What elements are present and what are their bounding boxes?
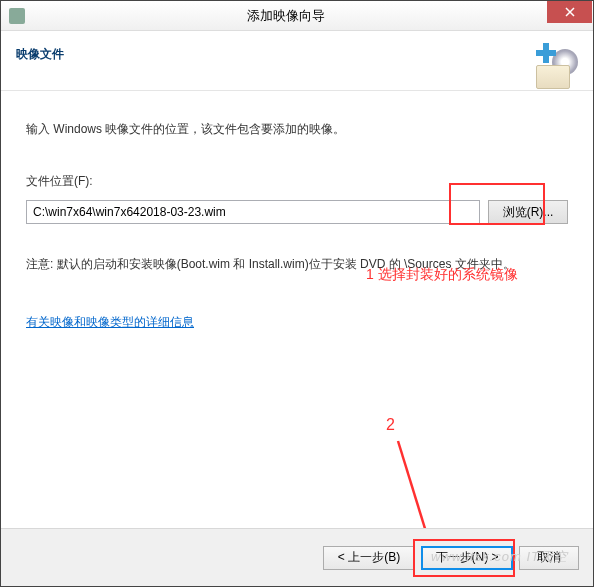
next-button[interactable]: 下一步(N) >	[421, 546, 513, 570]
file-path-input[interactable]	[26, 200, 480, 224]
more-info-link[interactable]: 有关映像和映像类型的详细信息	[26, 315, 194, 329]
add-image-icon	[530, 41, 578, 89]
close-icon	[565, 7, 575, 17]
annotation-step1: 1 选择封装好的系统镜像	[366, 266, 518, 284]
wizard-content: 输入 Windows 映像文件的位置，该文件包含要添加的映像。 文件位置(F):…	[1, 91, 593, 528]
titlebar: 添加映像向导	[1, 1, 593, 31]
instruction-text: 输入 Windows 映像文件的位置，该文件包含要添加的映像。	[26, 121, 568, 138]
page-title: 映像文件	[16, 41, 530, 63]
file-location-label: 文件位置(F):	[26, 173, 568, 190]
wizard-footer: < 上一步(B) 下一步(N) > 取消	[1, 528, 593, 586]
cancel-button[interactable]: 取消	[519, 546, 579, 570]
annotation-step2: 2	[386, 416, 395, 434]
close-button[interactable]	[547, 1, 592, 23]
wizard-header: 映像文件	[1, 31, 593, 91]
window-title: 添加映像向导	[25, 7, 547, 25]
browse-button[interactable]: 浏览(R)...	[488, 200, 568, 224]
back-button[interactable]: < 上一步(B)	[323, 546, 415, 570]
app-icon	[9, 8, 25, 24]
